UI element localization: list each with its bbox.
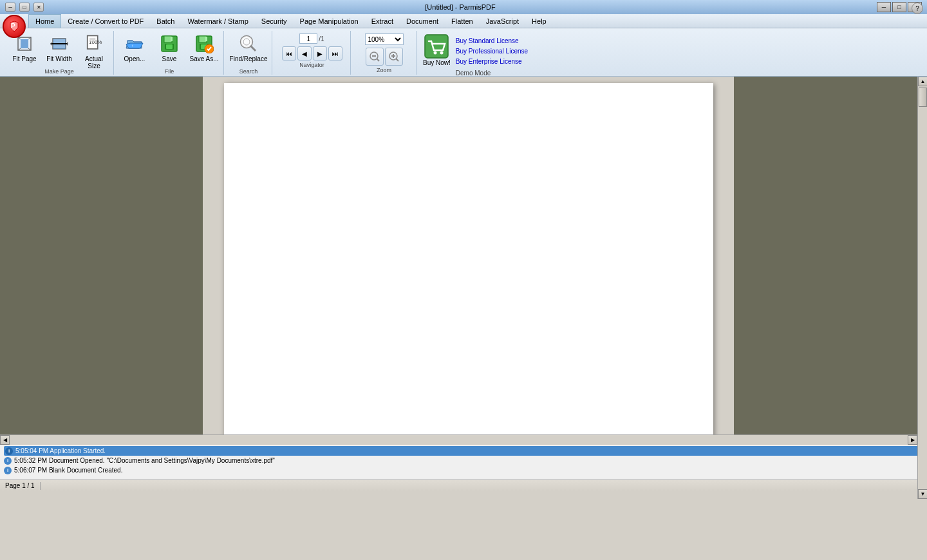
- fit-width-icon: [49, 33, 70, 54]
- find-replace-icon: [238, 33, 259, 54]
- menu-security[interactable]: Security: [255, 14, 294, 28]
- buy-professional-link[interactable]: Buy Professional License: [456, 46, 528, 57]
- find-replace-label: Find/Replace: [230, 55, 268, 62]
- svg-marker-11: [67, 42, 68, 46]
- scroll-right-arrow[interactable]: ▶: [908, 435, 917, 445]
- svg-line-35: [377, 59, 379, 61]
- right-panel: [734, 77, 927, 434]
- close-small-btn[interactable]: ✕: [33, 3, 44, 12]
- nav-play-button[interactable]: ▶: [313, 46, 327, 61]
- restore-btn[interactable]: □: [19, 3, 30, 12]
- search-group: Find/Replace Search: [225, 31, 272, 75]
- buy-enterprise-link[interactable]: Buy Enterprise License: [456, 57, 528, 67]
- menu-javascript[interactable]: JavaScript: [480, 14, 525, 28]
- page-status: Page 1 / 1: [5, 482, 35, 489]
- svg-rect-14: [89, 38, 95, 39]
- menu-batch[interactable]: Batch: [150, 14, 181, 28]
- svg-rect-22: [171, 37, 173, 41]
- log-area: i 5:05:04 PM Application Started. i 5:05…: [0, 444, 927, 480]
- menu-extract[interactable]: Extract: [365, 14, 400, 28]
- svg-rect-27: [205, 37, 207, 41]
- toolbar: Fit Page Fit Width: [0, 28, 927, 77]
- nav-first-button[interactable]: ⏮: [282, 46, 296, 61]
- find-replace-button[interactable]: Find/Replace: [228, 31, 269, 67]
- save-button[interactable]: Save: [153, 31, 186, 67]
- svg-text:P: P: [11, 23, 15, 30]
- buy-now-button[interactable]: Buy Now!: [423, 33, 451, 66]
- log-text-0: 5:05:04 PM Application Started.: [15, 446, 106, 456]
- zoom-group: 100% 50% 75% 125% 150% 200%: [352, 31, 417, 75]
- save-as-icon: [194, 33, 214, 54]
- vertical-scrollbar[interactable]: ▲ ▼: [917, 77, 927, 499]
- open-button[interactable]: ↑ Open...: [118, 31, 151, 67]
- svg-line-39: [396, 59, 398, 61]
- zoom-in-button[interactable]: [385, 48, 403, 66]
- log-entry-2: i 5:06:07 PM Blank Document Created.: [4, 465, 923, 475]
- app-logo: P: [3, 15, 28, 41]
- svg-line-31: [250, 46, 256, 51]
- svg-rect-15: [89, 39, 95, 40]
- log-entry-1: i 5:05:32 PM Document Opened. "C:\Docume…: [4, 456, 923, 465]
- status-divider: [40, 482, 41, 490]
- menu-help[interactable]: Help: [525, 14, 553, 28]
- menu-home[interactable]: Home: [28, 14, 61, 28]
- svg-rect-16: [89, 41, 95, 41]
- menu-document[interactable]: Document: [400, 14, 445, 28]
- demo-mode-text: Demo Mode: [456, 70, 528, 77]
- navigator-group: /1 ⏮ ◀ ▶ ⏭ Navigator: [274, 31, 351, 75]
- log-entry-0: i 5:05:04 PM Application Started.: [4, 446, 923, 456]
- page-number-input[interactable]: [299, 33, 317, 44]
- log-text-1: 5:05:32 PM Document Opened. "C:\Document…: [14, 456, 275, 465]
- log-info-icon-2: i: [4, 467, 12, 474]
- actual-size-icon: 100%: [84, 33, 104, 54]
- help-button[interactable]: ?: [912, 3, 923, 14]
- fit-width-button[interactable]: Fit Width: [42, 31, 76, 67]
- page-area: [203, 77, 734, 434]
- titlebar-controls[interactable]: ─ □ ✕: [5, 3, 44, 12]
- actual-size-label: Actual Size: [79, 55, 109, 70]
- menu-create[interactable]: Create / Convert to PDF: [61, 14, 150, 28]
- maximize-button[interactable]: □: [892, 2, 906, 12]
- svg-text:↑: ↑: [131, 44, 133, 48]
- svg-marker-10: [50, 42, 52, 46]
- svg-rect-21: [166, 44, 173, 49]
- buy-now-label: Buy Now!: [423, 59, 451, 66]
- nav-next-button[interactable]: ⏭: [328, 46, 342, 61]
- save-as-button[interactable]: Save As...: [187, 31, 221, 67]
- navigator-group-label: Navigator: [299, 62, 324, 68]
- scroll-left-arrow[interactable]: ◀: [0, 435, 10, 445]
- menubar: Home Create / Convert to PDF Batch Water…: [0, 14, 927, 28]
- scroll-thumb[interactable]: [919, 88, 927, 107]
- horizontal-scrollbar[interactable]: ◀ ▶: [0, 434, 917, 444]
- file-group: ↑ Open... Save: [115, 31, 224, 75]
- buy-standard-link[interactable]: Buy Standard License: [456, 36, 528, 46]
- svg-text:100%: 100%: [89, 39, 102, 45]
- minimize-button[interactable]: ─: [877, 2, 891, 12]
- menu-flatten[interactable]: Flatten: [445, 14, 480, 28]
- svg-point-41: [434, 51, 437, 55]
- scroll-track: [918, 86, 927, 489]
- titlebar: ─ □ ✕ [Untitled] - ParmisPDF ─ □ ✕: [0, 0, 927, 14]
- navigator-buttons: ⏮ ◀ ▶ ⏭: [282, 46, 342, 61]
- license-links: Buy Standard License Buy Professional Li…: [456, 33, 528, 77]
- scroll-up-arrow[interactable]: ▲: [918, 77, 927, 86]
- log-text-2: 5:06:07 PM Blank Document Created.: [14, 465, 122, 475]
- log-info-icon-0: i: [5, 447, 13, 455]
- file-group-label: File: [165, 68, 174, 75]
- zoom-buttons: [366, 48, 403, 66]
- actual-size-button[interactable]: 100% Actual Size: [77, 31, 111, 67]
- pdf-page: [224, 83, 713, 434]
- left-panel: [0, 77, 203, 434]
- menu-page-manipulation[interactable]: Page Manipulation: [294, 14, 365, 28]
- menu-watermark[interactable]: Watermark / Stamp: [181, 14, 254, 28]
- scroll-down-arrow[interactable]: ▼: [918, 489, 927, 499]
- zoom-select[interactable]: 100% 50% 75% 125% 150% 200%: [365, 33, 404, 45]
- statusbar: Page 1 / 1: [0, 480, 927, 491]
- demo-mode-group: Buy Now! Buy Standard License Buy Profes…: [418, 31, 533, 77]
- nav-prev-button[interactable]: ◀: [297, 46, 312, 61]
- open-icon: ↑: [124, 33, 145, 54]
- zoom-out-button[interactable]: [366, 48, 384, 66]
- zoom-group-label: Zoom: [377, 67, 391, 73]
- minimize-btn[interactable]: ─: [5, 3, 15, 12]
- search-group-label: Search: [239, 68, 258, 75]
